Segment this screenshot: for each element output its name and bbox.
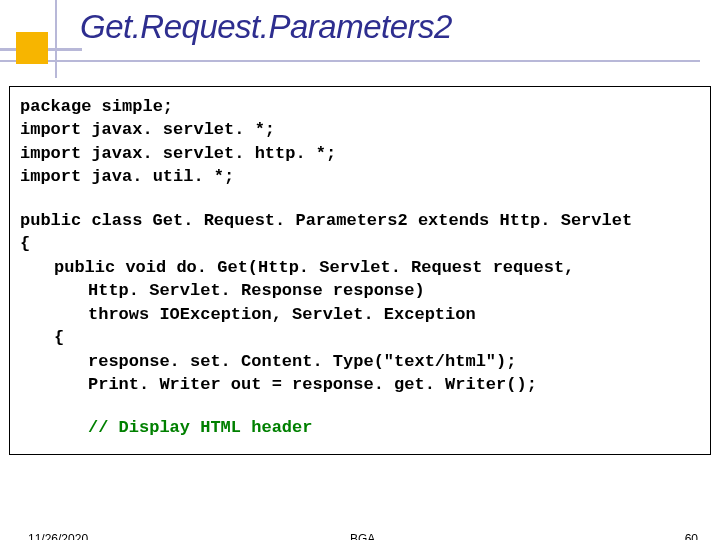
code-line: throws IOException, Servlet. Exception — [20, 303, 700, 326]
slide-title-area: Get.Request.Parameters2 — [0, 0, 720, 80]
code-line: { — [20, 232, 700, 255]
code-line: response. set. Content. Type("text/html"… — [20, 350, 700, 373]
code-line: import javax. servlet. http. *; — [20, 142, 700, 165]
code-comment: // Display HTML header — [20, 416, 700, 439]
code-line: public void do. Get(Http. Servlet. Reque… — [20, 256, 700, 279]
code-line: public class Get. Request. Parameters2 e… — [20, 209, 700, 232]
code-line: import java. util. *; — [20, 165, 700, 188]
code-blank-line — [20, 189, 700, 209]
decor-long-line — [0, 60, 700, 62]
code-line: { — [20, 326, 700, 349]
code-block: package simple; import javax. servlet. *… — [9, 86, 711, 455]
code-line: import javax. servlet. *; — [20, 118, 700, 141]
code-line: Http. Servlet. Response response) — [20, 279, 700, 302]
footer-date: 11/26/2020 — [28, 532, 88, 540]
footer-center: BGA — [350, 532, 375, 540]
code-line: package simple; — [20, 95, 700, 118]
code-line: Print. Writer out = response. get. Write… — [20, 373, 700, 396]
code-blank-line — [20, 396, 700, 416]
slide-title: Get.Request.Parameters2 — [80, 8, 720, 46]
footer-page-number: 60 — [685, 532, 698, 540]
decor-square — [16, 32, 48, 64]
decor-vertical-line — [55, 0, 57, 78]
